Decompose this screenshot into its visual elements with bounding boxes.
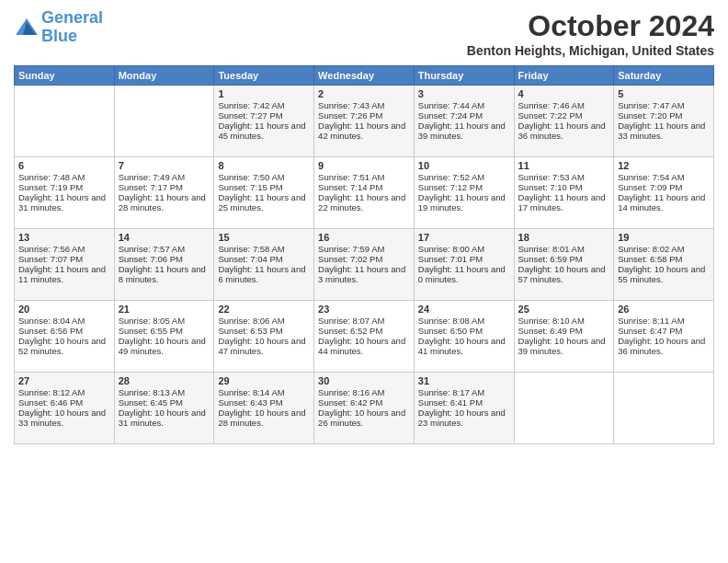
daylight-text: Daylight: 11 hours and 6 minutes. xyxy=(218,264,305,284)
sunset-text: Sunset: 6:56 PM xyxy=(18,326,83,336)
day-number: 25 xyxy=(518,304,610,315)
header-sunday: Sunday xyxy=(15,66,115,86)
month-title: October 2024 xyxy=(467,9,714,43)
sunset-text: Sunset: 7:01 PM xyxy=(418,254,483,264)
sunrise-text: Sunrise: 8:07 AM xyxy=(318,316,384,326)
cell-week4-day7: 26Sunrise: 8:11 AMSunset: 6:47 PMDayligh… xyxy=(614,301,714,373)
day-number: 12 xyxy=(618,160,710,171)
day-number: 21 xyxy=(119,304,210,315)
sunrise-text: Sunrise: 8:16 AM xyxy=(318,387,384,397)
day-number: 4 xyxy=(518,88,610,99)
cell-week5-day2: 28Sunrise: 8:13 AMSunset: 6:45 PMDayligh… xyxy=(114,373,214,444)
sunset-text: Sunset: 6:50 PM xyxy=(418,326,483,336)
day-number: 11 xyxy=(518,160,610,171)
cell-week5-day6 xyxy=(514,373,614,444)
cell-week5-day4: 30Sunrise: 8:16 AMSunset: 6:42 PMDayligh… xyxy=(314,373,415,444)
sunset-text: Sunset: 6:46 PM xyxy=(18,397,83,408)
daylight-text: Daylight: 10 hours and 33 minutes. xyxy=(18,408,106,428)
day-number: 2 xyxy=(318,88,410,99)
daylight-text: Daylight: 11 hours and 3 minutes. xyxy=(318,264,405,284)
daylight-text: Daylight: 11 hours and 45 minutes. xyxy=(218,121,305,141)
calendar-page: General Blue October 2024 Benton Heights… xyxy=(0,0,728,563)
day-number: 31 xyxy=(418,375,510,386)
cell-week1-day7: 5Sunrise: 7:47 AMSunset: 7:20 PMDaylight… xyxy=(614,86,714,157)
title-block: October 2024 Benton Heights, Michigan, U… xyxy=(467,9,714,58)
sunset-text: Sunset: 6:52 PM xyxy=(318,326,382,336)
cell-week3-day2: 14Sunrise: 7:57 AMSunset: 7:06 PMDayligh… xyxy=(114,229,214,301)
day-number: 24 xyxy=(418,304,510,315)
sunset-text: Sunset: 6:47 PM xyxy=(618,326,682,336)
cell-week3-day3: 15Sunrise: 7:58 AMSunset: 7:04 PMDayligh… xyxy=(214,229,314,301)
daylight-text: Daylight: 11 hours and 8 minutes. xyxy=(119,264,206,284)
location-title: Benton Heights, Michigan, United States xyxy=(467,43,714,58)
day-number: 26 xyxy=(618,304,710,315)
sunset-text: Sunset: 7:09 PM xyxy=(618,182,682,192)
sunrise-text: Sunrise: 8:08 AM xyxy=(418,316,484,326)
sunset-text: Sunset: 6:45 PM xyxy=(119,397,183,408)
sunset-text: Sunset: 6:49 PM xyxy=(518,326,583,336)
cell-week2-day3: 8Sunrise: 7:50 AMSunset: 7:15 PMDaylight… xyxy=(214,157,314,229)
sunset-text: Sunset: 7:02 PM xyxy=(318,254,382,264)
sunrise-text: Sunrise: 7:48 AM xyxy=(18,172,85,182)
sunset-text: Sunset: 6:58 PM xyxy=(618,254,682,264)
cell-week1-day5: 3Sunrise: 7:44 AMSunset: 7:24 PMDaylight… xyxy=(414,86,514,157)
sunrise-text: Sunrise: 8:14 AM xyxy=(218,387,284,397)
header-saturday: Saturday xyxy=(614,66,714,86)
week-row-2: 6Sunrise: 7:48 AMSunset: 7:19 PMDaylight… xyxy=(15,157,714,229)
daylight-text: Daylight: 10 hours and 31 minutes. xyxy=(119,408,206,428)
sunset-text: Sunset: 7:14 PM xyxy=(318,182,382,192)
header-thursday: Thursday xyxy=(414,66,514,86)
calendar-body: 1Sunrise: 7:42 AMSunset: 7:27 PMDaylight… xyxy=(15,86,714,444)
sunset-text: Sunset: 7:17 PM xyxy=(119,182,183,192)
day-number: 1 xyxy=(218,88,310,99)
daylight-text: Daylight: 10 hours and 52 minutes. xyxy=(18,336,106,356)
week-row-1: 1Sunrise: 7:42 AMSunset: 7:27 PMDaylight… xyxy=(15,86,714,157)
sunrise-text: Sunrise: 7:59 AM xyxy=(318,244,384,254)
daylight-text: Daylight: 11 hours and 33 minutes. xyxy=(618,121,705,141)
day-number: 3 xyxy=(418,88,510,99)
daylight-text: Daylight: 11 hours and 25 minutes. xyxy=(218,192,305,213)
day-number: 30 xyxy=(318,375,410,386)
sunrise-text: Sunrise: 7:46 AM xyxy=(518,100,585,110)
logo-icon xyxy=(14,15,40,40)
sunrise-text: Sunrise: 8:02 AM xyxy=(618,244,684,254)
daylight-text: Daylight: 10 hours and 23 minutes. xyxy=(418,408,506,428)
sunrise-text: Sunrise: 8:13 AM xyxy=(119,387,185,397)
sunset-text: Sunset: 7:07 PM xyxy=(18,254,83,264)
sunset-text: Sunset: 7:27 PM xyxy=(218,110,282,121)
sunset-text: Sunset: 7:10 PM xyxy=(518,182,583,192)
header-tuesday: Tuesday xyxy=(214,66,314,86)
cell-week2-day7: 12Sunrise: 7:54 AMSunset: 7:09 PMDayligh… xyxy=(614,157,714,229)
logo-line1: General xyxy=(41,8,103,27)
cell-week4-day4: 23Sunrise: 8:07 AMSunset: 6:52 PMDayligh… xyxy=(314,301,415,373)
daylight-text: Daylight: 11 hours and 42 minutes. xyxy=(318,121,405,141)
daylight-text: Daylight: 11 hours and 0 minutes. xyxy=(418,264,506,284)
daylight-text: Daylight: 11 hours and 17 minutes. xyxy=(518,192,606,213)
cell-week2-day5: 10Sunrise: 7:52 AMSunset: 7:12 PMDayligh… xyxy=(414,157,514,229)
daylight-text: Daylight: 10 hours and 36 minutes. xyxy=(618,336,705,356)
day-number: 7 xyxy=(119,160,210,171)
day-number: 14 xyxy=(119,232,210,243)
sunrise-text: Sunrise: 7:49 AM xyxy=(119,172,185,182)
sunrise-text: Sunrise: 8:04 AM xyxy=(18,316,85,326)
cell-week3-day5: 17Sunrise: 8:00 AMSunset: 7:01 PMDayligh… xyxy=(414,229,514,301)
cell-week4-day1: 20Sunrise: 8:04 AMSunset: 6:56 PMDayligh… xyxy=(15,301,115,373)
day-number: 9 xyxy=(318,160,410,171)
daylight-text: Daylight: 10 hours and 57 minutes. xyxy=(518,264,606,284)
daylight-text: Daylight: 11 hours and 31 minutes. xyxy=(18,192,106,213)
week-row-3: 13Sunrise: 7:56 AMSunset: 7:07 PMDayligh… xyxy=(15,229,714,301)
cell-week3-day1: 13Sunrise: 7:56 AMSunset: 7:07 PMDayligh… xyxy=(15,229,115,301)
cell-week1-day6: 4Sunrise: 7:46 AMSunset: 7:22 PMDaylight… xyxy=(514,86,614,157)
day-number: 22 xyxy=(218,304,310,315)
day-number: 10 xyxy=(418,160,510,171)
day-number: 5 xyxy=(618,88,710,99)
daylight-text: Daylight: 10 hours and 55 minutes. xyxy=(618,264,705,284)
daylight-text: Daylight: 11 hours and 22 minutes. xyxy=(318,192,405,213)
sunset-text: Sunset: 7:06 PM xyxy=(119,254,183,264)
sunset-text: Sunset: 6:53 PM xyxy=(218,326,282,336)
day-number: 15 xyxy=(218,232,310,243)
daylight-text: Daylight: 10 hours and 44 minutes. xyxy=(318,336,405,356)
daylight-text: Daylight: 11 hours and 14 minutes. xyxy=(618,192,705,213)
day-number: 13 xyxy=(18,232,110,243)
sunrise-text: Sunrise: 8:17 AM xyxy=(418,387,484,397)
